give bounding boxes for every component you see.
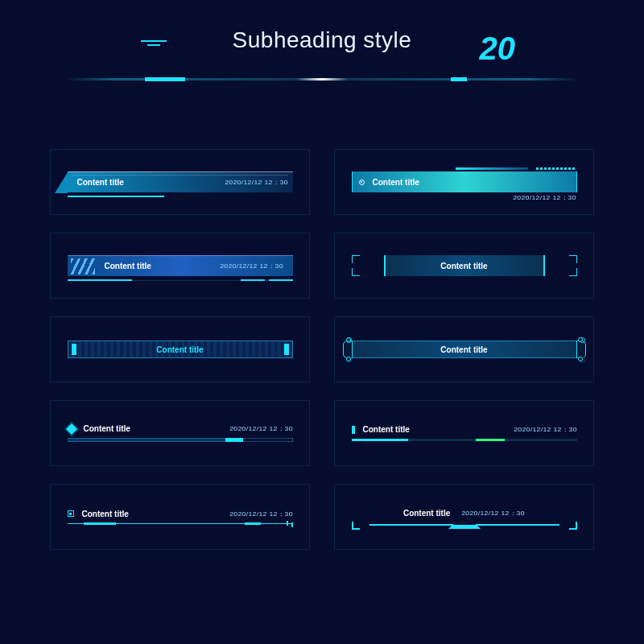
subheading-style-9: Content title 2020/12/12 12：30 bbox=[68, 510, 293, 525]
content-title: Content title bbox=[440, 262, 487, 270]
header-divider bbox=[64, 78, 580, 80]
style-card-4: Content title bbox=[334, 233, 594, 299]
timestamp: 2020/12/12 12：30 bbox=[461, 509, 525, 518]
style-card-9: Content title 2020/12/12 12：30 bbox=[50, 484, 310, 550]
page-header: Subheading style 20 bbox=[0, 0, 644, 80]
divider-tick bbox=[145, 77, 185, 81]
subheading-style-8: Content title 2020/12/12 12：30 bbox=[352, 425, 577, 441]
content-title: Content title bbox=[363, 425, 410, 434]
subheading-style-4: Content title bbox=[352, 255, 577, 276]
subheading-style-7: Content title 2020/12/12 12：30 bbox=[68, 424, 293, 442]
timestamp: 2020/12/12 12：30 bbox=[225, 178, 288, 187]
subheading-style-3: Content title 2020/12/12 12：30 bbox=[68, 255, 293, 276]
content-title: Content title bbox=[84, 424, 130, 433]
radio-dot-icon bbox=[359, 180, 365, 185]
content-title: Content title bbox=[77, 178, 124, 187]
style-card-1: Content title 2020/12/12 12：30 bbox=[50, 149, 310, 215]
divider-tick bbox=[451, 77, 467, 81]
subheading-style-5: Content title bbox=[68, 341, 293, 358]
timestamp: 2020/12/12 12：30 bbox=[229, 424, 293, 433]
content-title: Content title bbox=[403, 509, 450, 518]
timestamp: 2020/12/12 12：30 bbox=[220, 262, 283, 270]
subheading-style-1: Content title 2020/12/12 12：30 bbox=[68, 171, 293, 192]
style-card-7: Content title 2020/12/12 12：30 bbox=[50, 400, 310, 466]
timestamp: 2020/12/12 12：30 bbox=[513, 193, 576, 202]
style-card-8: Content title 2020/12/12 12：30 bbox=[334, 400, 594, 466]
style-card-3: Content title 2020/12/12 12：30 bbox=[50, 233, 310, 299]
tick-icon bbox=[352, 426, 355, 434]
style-card-2: Content title 2020/12/12 12：30 bbox=[334, 149, 594, 215]
stripes-icon bbox=[71, 258, 95, 275]
subheading-style-2: Content title 2020/12/12 12：30 bbox=[352, 171, 577, 192]
content-title: Content title bbox=[373, 178, 419, 187]
timestamp: 2020/12/12 12：30 bbox=[229, 510, 293, 518]
style-grid: Content title 2020/12/12 12：30 Content t… bbox=[0, 80, 644, 550]
style-card-10: Content title 2020/12/12 12：30 bbox=[334, 484, 594, 550]
count-badge: 20 bbox=[480, 31, 516, 67]
content-title: Content title bbox=[105, 262, 151, 270]
filter-icon bbox=[141, 40, 167, 52]
timestamp: 2020/12/12 12：30 bbox=[514, 425, 577, 434]
square-dot-icon bbox=[68, 510, 74, 517]
content-title: Content title bbox=[440, 345, 487, 354]
subheading-style-10: Content title 2020/12/12 12：30 bbox=[352, 509, 577, 526]
content-title: Content title bbox=[156, 345, 203, 354]
style-card-6: Content title bbox=[334, 316, 594, 382]
subheading-style-6: Content title bbox=[352, 341, 577, 358]
content-title: Content title bbox=[82, 510, 129, 518]
style-card-5: Content title bbox=[50, 316, 310, 382]
diamond-icon bbox=[65, 423, 76, 434]
page-title: Subheading style bbox=[233, 27, 412, 53]
